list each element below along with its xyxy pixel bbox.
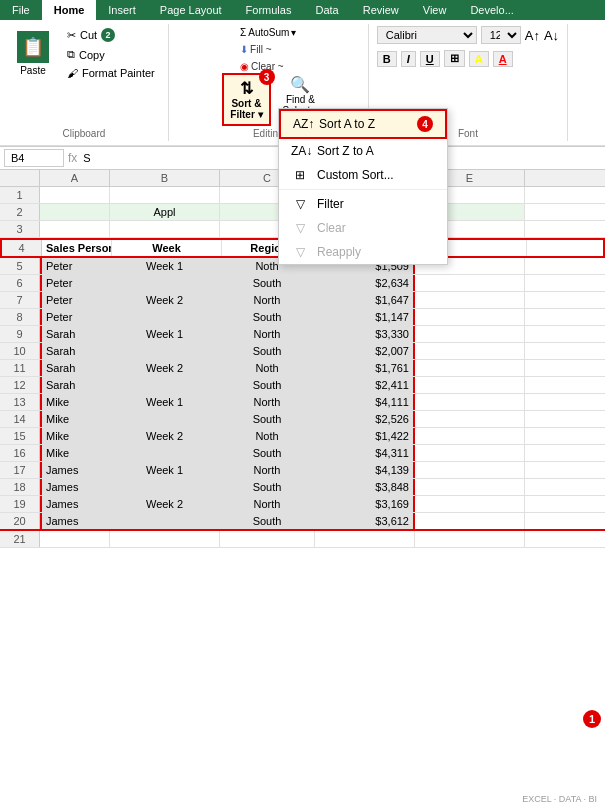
tab-formulas[interactable]: Formulas — [234, 0, 304, 20]
cell-region-row10[interactable]: South — [220, 343, 315, 359]
cell-extra-row10[interactable] — [415, 343, 525, 359]
cell-sales-person-row11[interactable]: Sarah — [40, 360, 110, 376]
cell-sales-person-row19[interactable]: James — [40, 496, 110, 512]
underline-button[interactable]: U — [420, 51, 440, 67]
cell-region-row9[interactable]: North — [220, 326, 315, 342]
cell-region-row7[interactable]: North — [220, 292, 315, 308]
cell-d21[interactable] — [315, 531, 415, 547]
paste-button[interactable]: 📋 Paste — [8, 26, 58, 81]
cell-b1[interactable] — [110, 187, 220, 203]
cell-region-row18[interactable]: South — [220, 479, 315, 495]
cell-extra-row19[interactable] — [415, 496, 525, 512]
cell-week-row9[interactable]: Week 1 — [110, 326, 220, 342]
cell-sales-person-row9[interactable]: Sarah — [40, 326, 110, 342]
autosum-button[interactable]: Σ AutoSum ▾ — [234, 26, 302, 39]
fill-color-button[interactable]: A — [469, 51, 489, 67]
filter-item[interactable]: ▽ Filter — [279, 192, 447, 216]
cell-week-row16[interactable] — [110, 445, 220, 461]
cell-sales-person-header[interactable]: Sales Person — [42, 240, 112, 256]
font-name-select[interactable]: Calibri — [377, 26, 477, 44]
cell-week-row6[interactable] — [110, 275, 220, 291]
font-size-select[interactable]: 12 — [481, 26, 521, 44]
cell-sales-person-row20[interactable]: James — [40, 513, 110, 529]
cell-c21[interactable] — [220, 531, 315, 547]
italic-button[interactable]: I — [401, 51, 416, 67]
cell-extra-row7[interactable] — [415, 292, 525, 308]
cell-sales-person-row17[interactable]: James — [40, 462, 110, 478]
cell-week-row8[interactable] — [110, 309, 220, 325]
cell-region-row13[interactable]: North — [220, 394, 315, 410]
cell-sales-row12[interactable]: $2,411 — [315, 377, 415, 393]
cell-sales-person-row13[interactable]: Mike — [40, 394, 110, 410]
cell-extra-row11[interactable] — [415, 360, 525, 376]
tab-review[interactable]: Review — [351, 0, 411, 20]
bold-button[interactable]: B — [377, 51, 397, 67]
cell-sales-row8[interactable]: $1,147 — [315, 309, 415, 325]
cell-extra-row9[interactable] — [415, 326, 525, 342]
cell-sales-person-row12[interactable]: Sarah — [40, 377, 110, 393]
cell-extra-row16[interactable] — [415, 445, 525, 461]
cell-sales-row18[interactable]: $3,848 — [315, 479, 415, 495]
cell-sales-person-row15[interactable]: Mike — [40, 428, 110, 444]
cell-sales-person-row14[interactable]: Mike — [40, 411, 110, 427]
cell-week-row7[interactable]: Week 2 — [110, 292, 220, 308]
sort-z-to-a-item[interactable]: ZA↓ Sort Z to A — [279, 139, 447, 163]
cell-week-row10[interactable] — [110, 343, 220, 359]
cell-sales-row20[interactable]: $3,612 — [315, 513, 415, 529]
cut-button[interactable]: ✂ Cut 2 — [62, 26, 160, 44]
cell-week-row5[interactable]: Week 1 — [110, 258, 220, 274]
cell-sales-row10[interactable]: $2,007 — [315, 343, 415, 359]
cell-sales-person-row16[interactable]: Mike — [40, 445, 110, 461]
cell-region-row6[interactable]: South — [220, 275, 315, 291]
cell-sales-person-row10[interactable]: Sarah — [40, 343, 110, 359]
copy-button[interactable]: ⧉ Copy — [62, 46, 160, 63]
cell-sales-person-row18[interactable]: James — [40, 479, 110, 495]
format-painter-button[interactable]: 🖌 Format Painter — [62, 65, 160, 81]
font-color-button[interactable]: A — [493, 51, 513, 67]
cell-a3[interactable] — [40, 221, 110, 237]
cell-week-row14[interactable] — [110, 411, 220, 427]
col-header-a[interactable]: A — [40, 170, 110, 186]
decrease-font-button[interactable]: A↓ — [544, 28, 559, 43]
cell-week-row15[interactable]: Week 2 — [110, 428, 220, 444]
cell-reference-input[interactable] — [4, 149, 64, 167]
cell-region-row14[interactable]: South — [220, 411, 315, 427]
cell-sales-person-row8[interactable]: Peter — [40, 309, 110, 325]
cell-e21[interactable] — [415, 531, 525, 547]
cell-extra-row8[interactable] — [415, 309, 525, 325]
cell-region-row16[interactable]: South — [220, 445, 315, 461]
cell-a21[interactable] — [40, 531, 110, 547]
fill-button[interactable]: ⬇ Fill ~ — [234, 43, 277, 56]
cell-sales-row16[interactable]: $4,311 — [315, 445, 415, 461]
border-button[interactable]: ⊞ — [444, 50, 465, 67]
cell-sales-row19[interactable]: $3,169 — [315, 496, 415, 512]
cell-sales-row6[interactable]: $2,634 — [315, 275, 415, 291]
cell-sales-person-row5[interactable]: Peter — [40, 258, 110, 274]
cell-week-header[interactable]: Week — [112, 240, 222, 256]
cell-week-row11[interactable]: Week 2 — [110, 360, 220, 376]
cell-week-row13[interactable]: Week 1 — [110, 394, 220, 410]
cell-sales-row13[interactable]: $4,111 — [315, 394, 415, 410]
cell-extra-row12[interactable] — [415, 377, 525, 393]
cell-extra-row13[interactable] — [415, 394, 525, 410]
cell-region-row20[interactable]: South — [220, 513, 315, 529]
cell-extra-row14[interactable] — [415, 411, 525, 427]
cell-extra-row6[interactable] — [415, 275, 525, 291]
cell-sales-person-row7[interactable]: Peter — [40, 292, 110, 308]
tab-data[interactable]: Data — [303, 0, 350, 20]
cell-a2[interactable] — [40, 204, 110, 220]
cell-b3[interactable] — [110, 221, 220, 237]
cell-week-row12[interactable] — [110, 377, 220, 393]
cell-extra-row20[interactable] — [415, 513, 525, 529]
cell-region-row11[interactable]: Noth — [220, 360, 315, 376]
tab-insert[interactable]: Insert — [96, 0, 148, 20]
cell-region-row17[interactable]: North — [220, 462, 315, 478]
cell-sales-row14[interactable]: $2,526 — [315, 411, 415, 427]
cell-region-row12[interactable]: South — [220, 377, 315, 393]
cell-region-row19[interactable]: North — [220, 496, 315, 512]
cell-sales-row9[interactable]: $3,330 — [315, 326, 415, 342]
cell-region-row15[interactable]: Noth — [220, 428, 315, 444]
tab-page-layout[interactable]: Page Layout — [148, 0, 234, 20]
cell-a1[interactable] — [40, 187, 110, 203]
cell-region-row8[interactable]: South — [220, 309, 315, 325]
